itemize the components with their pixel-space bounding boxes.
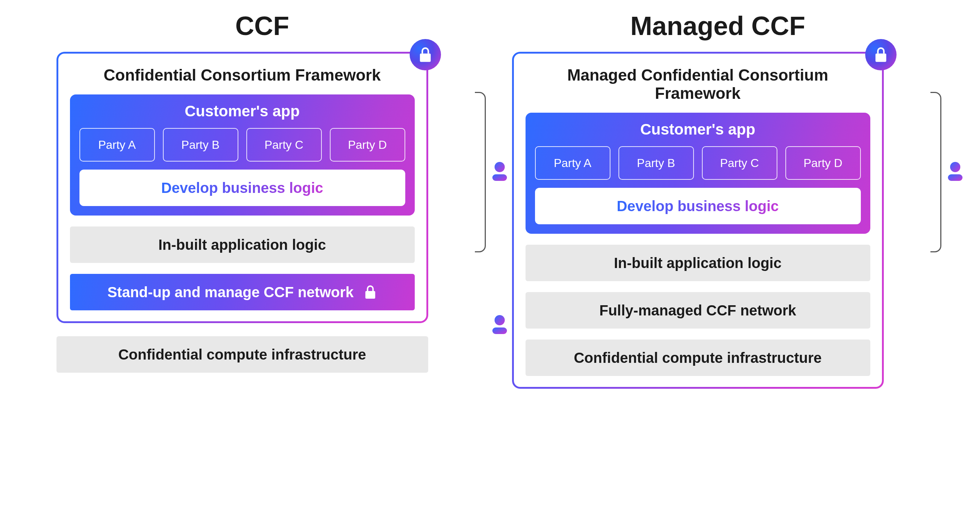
- managed-customer-app-title: Customer's app: [535, 121, 861, 138]
- party-box: Party D: [785, 146, 861, 180]
- ccf-title: CCF: [235, 11, 290, 41]
- managed-network-box: Fully-managed CCF network: [525, 292, 870, 329]
- managed-develop-logic-box: Develop business logic: [535, 188, 861, 224]
- party-box: Party B: [163, 128, 239, 161]
- bracket-icon: [931, 92, 941, 252]
- ccf-develop-logic: Develop business logic: [161, 169, 323, 206]
- svg-point-2: [495, 162, 505, 172]
- user-icon: [491, 161, 508, 183]
- ccf-customer-app: Customer's app Party A Party B Party C P…: [70, 94, 415, 215]
- svg-rect-3: [492, 174, 507, 181]
- party-box: Party C: [247, 128, 322, 161]
- svg-point-4: [495, 315, 505, 325]
- ccf-framework-box: Confidential Consortium Framework Custom…: [56, 52, 428, 323]
- bracket-icon: [475, 92, 486, 252]
- managed-framework-title: Managed Confidential Consortium Framewor…: [525, 66, 870, 102]
- lock-icon: [865, 39, 897, 70]
- ccf-standup-label: Stand-up and manage CCF network: [108, 284, 354, 300]
- user-icon: [491, 314, 508, 336]
- lock-icon: [364, 284, 377, 300]
- managed-framework-box: Managed Confidential Consortium Framewor…: [512, 52, 884, 389]
- svg-point-7: [950, 162, 960, 172]
- diagram-root: CCF Confidential Consortium Framework Cu…: [22, 11, 958, 389]
- lock-icon: [410, 39, 441, 70]
- managed-panel-area: Managed Confidential Consortium Framewor…: [512, 52, 924, 389]
- ccf-column: CCF Confidential Consortium Framework Cu…: [56, 11, 468, 389]
- svg-rect-8: [948, 174, 963, 181]
- user-icon: [947, 161, 964, 183]
- party-box: Party C: [702, 146, 777, 180]
- managed-customer-bracket: [931, 92, 964, 252]
- ccf-panel-area: Confidential Consortium Framework Custom…: [56, 52, 468, 373]
- managed-infra-box: Confidential compute infrastructure: [525, 340, 870, 376]
- managed-title: Managed CCF: [630, 11, 805, 41]
- svg-rect-0: [420, 54, 431, 62]
- svg-rect-5: [492, 327, 507, 334]
- party-box: Party B: [619, 146, 694, 180]
- svg-rect-6: [875, 54, 886, 62]
- managed-inbuilt-logic: In-built application logic: [525, 245, 870, 281]
- ccf-customer-bracket: [475, 92, 508, 252]
- managed-party-row: Party A Party B Party C Party D: [535, 146, 861, 180]
- ccf-infra-box: Confidential compute infrastructure: [56, 336, 428, 373]
- ccf-inbuilt-logic: In-built application logic: [70, 226, 415, 263]
- ccf-framework-title: Confidential Consortium Framework: [70, 66, 415, 84]
- ccf-develop-logic-box: Develop business logic: [80, 169, 405, 206]
- managed-customer-app: Customer's app Party A Party B Party C P…: [525, 113, 870, 234]
- ccf-party-row: Party A Party B Party C Party D: [80, 128, 405, 161]
- managed-column: Managed CCF Managed Confidential Consort…: [512, 11, 924, 389]
- ccf-standup-user: [475, 314, 508, 336]
- managed-develop-logic: Develop business logic: [617, 188, 779, 224]
- ccf-standup-box: Stand-up and manage CCF network: [70, 274, 415, 310]
- party-box: Party A: [535, 146, 611, 180]
- party-box: Party A: [80, 128, 155, 161]
- svg-rect-1: [366, 291, 375, 299]
- party-box: Party D: [330, 128, 405, 161]
- ccf-customer-app-title: Customer's app: [80, 102, 405, 120]
